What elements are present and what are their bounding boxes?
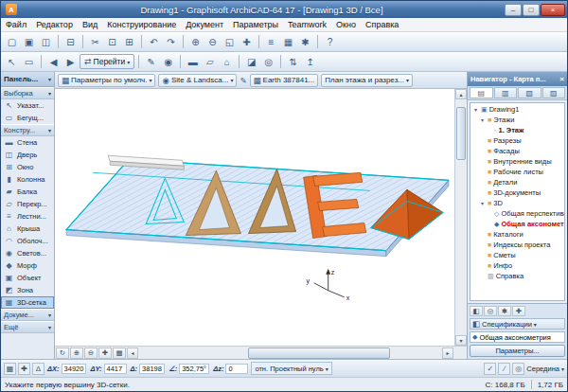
tool-door[interactable]: ◫Дверь [1, 149, 54, 161]
pen-set-icon[interactable]: ✎ [143, 54, 159, 70]
spec-selector[interactable]: ◧ Спецификации ▾ [470, 318, 565, 330]
roof-quick-icon[interactable]: ⌂ [219, 54, 235, 70]
trace-reference-icon[interactable]: ◉ [160, 54, 176, 70]
vertical-scroll-thumb[interactable] [456, 107, 466, 160]
scroll-up-icon[interactable]: ▴ [455, 89, 467, 99]
back-icon[interactable]: ◀ [45, 54, 62, 70]
viewport-3d[interactable]: z x y ▴ ▾ [55, 89, 467, 346]
coord-field-value[interactable]: 352,75° [179, 364, 209, 374]
parameters-button[interactable]: Параметры... [470, 345, 565, 357]
fit-icon[interactable]: ✚ [98, 347, 112, 359]
tool-column[interactable]: ▮Колонна [1, 173, 54, 186]
wall-quick-icon[interactable]: ▬ [185, 54, 201, 70]
grid-icon[interactable]: ▦ [280, 34, 296, 50]
viewport-canvas[interactable]: z x y [55, 89, 454, 346]
tool-skylight[interactable]: ◉Светов... [1, 247, 54, 259]
menu-item-4[interactable]: Конструирование [102, 18, 181, 31]
tool-mesh-3d[interactable]: ▦3D-сетка [1, 296, 54, 309]
toolbox-section-0[interactable]: Выборка▾ [1, 87, 54, 99]
expander-icon[interactable]: ▾ [472, 106, 479, 113]
tool-zone[interactable]: ◩Зона [1, 284, 54, 296]
tree-item[interactable]: ▾■3D [470, 198, 564, 208]
forward-icon[interactable]: ▶ [62, 54, 79, 70]
material-chip[interactable]: ▦ Earth 387841... [250, 74, 319, 87]
tree-item[interactable]: ■Рабочие листы [470, 167, 564, 177]
settings-icon[interactable]: ✱ [498, 306, 511, 316]
new-file-icon[interactable]: ▢ [4, 34, 20, 50]
tree-item[interactable]: ▾■Этажи [470, 115, 564, 125]
tool-stair[interactable]: ≡Лестни... [1, 210, 54, 223]
tree-item[interactable]: ■Разрезы [470, 135, 564, 146]
coord-field-value[interactable]: 38198 [139, 364, 165, 374]
snap-point-icon[interactable]: ◎ [512, 363, 524, 375]
coord-field-3[interactable]: Δ:38198 [131, 364, 165, 374]
pan-icon[interactable]: ✚ [239, 34, 255, 50]
save-file-icon[interactable]: ◫ [38, 34, 54, 50]
tree-item[interactable]: ■Детали [470, 177, 564, 187]
toolbox-section-18[interactable]: Докуме...▾ [1, 309, 54, 321]
model-compare-icon[interactable]: ◧ [470, 306, 483, 316]
tool-shell[interactable]: ◠Оболоч... [1, 235, 54, 247]
fit-view-icon[interactable]: ◱ [222, 34, 238, 50]
tree-item[interactable]: ■Каталоги [470, 229, 564, 240]
tree-item[interactable]: ■Фасады [470, 146, 564, 156]
close-button[interactable]: × [541, 4, 565, 16]
tool-marquee[interactable]: ▭Бегущ... [1, 112, 54, 124]
coord-field-value[interactable]: 0 [225, 364, 248, 374]
menu-item-1[interactable]: Файл [1, 18, 31, 31]
undo-icon[interactable]: ↶ [146, 34, 162, 50]
camera-icon[interactable]: ◎ [260, 54, 276, 70]
publisher-tab[interactable]: ▨ [542, 87, 566, 98]
reference-level-select[interactable]: отн. Проектный нуль ▾ [251, 362, 331, 375]
coord-field-4[interactable]: ∠:352,75° [169, 364, 209, 374]
expander-icon[interactable]: ▾ [479, 200, 486, 206]
menu-item-7[interactable]: Teamwork [283, 18, 331, 31]
grid-snap-icon[interactable]: ▦ [4, 363, 16, 375]
zoom-in-icon[interactable]: ⊕ [187, 34, 204, 50]
snap-point-select[interactable]: Середина ▾ [526, 365, 564, 373]
snap-line-icon[interactable]: ∕ [498, 363, 510, 375]
redo-icon[interactable]: ↷ [163, 34, 179, 50]
tree-item[interactable]: ◆Общая аксонометрия [470, 219, 564, 229]
arrow-tool-icon[interactable]: ↖ [4, 54, 20, 70]
toolbox-header[interactable]: Панель... ▾ [1, 72, 54, 87]
zoom-out-icon[interactable]: ⊖ [204, 34, 221, 50]
tool-window[interactable]: ⊞Окно [1, 161, 54, 173]
titlebar[interactable]: A Drawing1 - Graphisoft ArchiCAD-64 17 -… [1, 1, 567, 18]
tool-beam[interactable]: ▰Балка [1, 186, 54, 198]
coord-field-value[interactable]: 34920 [62, 364, 87, 374]
close-icon[interactable]: × [559, 75, 564, 83]
tool-morph[interactable]: ◆Морф [1, 259, 54, 272]
tree-item[interactable]: ▥Справка [470, 271, 564, 281]
coord-field-value[interactable]: 4417 [104, 364, 127, 374]
tree-item[interactable]: ▫1. Этаж [470, 125, 564, 135]
camera-icon[interactable]: ◎ [484, 306, 497, 316]
open-file-icon[interactable]: ▣ [21, 34, 37, 50]
vertical-scrollbar[interactable]: ▴ ▾ [454, 89, 467, 346]
maximize-button[interactable]: □ [523, 4, 540, 16]
copy-icon[interactable]: ⊡ [104, 34, 120, 50]
tree-item[interactable]: ▾▣Drawing1 [470, 104, 564, 115]
menu-item-9[interactable]: Справка [361, 18, 403, 31]
go-to-button[interactable]: ⇄Перейти▾ [80, 54, 134, 69]
cut-icon[interactable]: ✂ [87, 34, 103, 50]
menu-item-8[interactable]: Окно [331, 18, 361, 31]
zoom-in-icon[interactable]: ⊕ [70, 347, 83, 359]
marquee-tool-icon[interactable]: ▭ [21, 54, 37, 70]
toolbox-section-3[interactable]: Констру...▾ [1, 124, 54, 136]
coord-field-5[interactable]: Δz:0 [213, 364, 248, 374]
menu-item-5[interactable]: Документ [181, 18, 228, 31]
tool-pointer[interactable]: ↖Указат... [1, 99, 54, 112]
menu-item-6[interactable]: Параметры [228, 18, 283, 31]
tool-roof[interactable]: ⌂Крыша [1, 223, 54, 235]
help-icon[interactable]: ? [322, 34, 338, 50]
tool-object[interactable]: ▣Объект [1, 272, 54, 284]
spec-current-view[interactable]: ◆ Общая аксонометрия [470, 331, 565, 343]
layout-book-tab[interactable]: ▧ [518, 87, 541, 98]
coord-field-1[interactable]: ΔX:34920 [47, 364, 86, 374]
teamwork-icon[interactable]: ⇅ [285, 54, 301, 70]
slab-quick-icon[interactable]: ▱ [202, 54, 218, 70]
publish-icon[interactable]: ↥ [302, 54, 318, 70]
menu-item-2[interactable]: Редактор [31, 18, 78, 31]
expander-icon[interactable]: ▾ [479, 116, 486, 123]
